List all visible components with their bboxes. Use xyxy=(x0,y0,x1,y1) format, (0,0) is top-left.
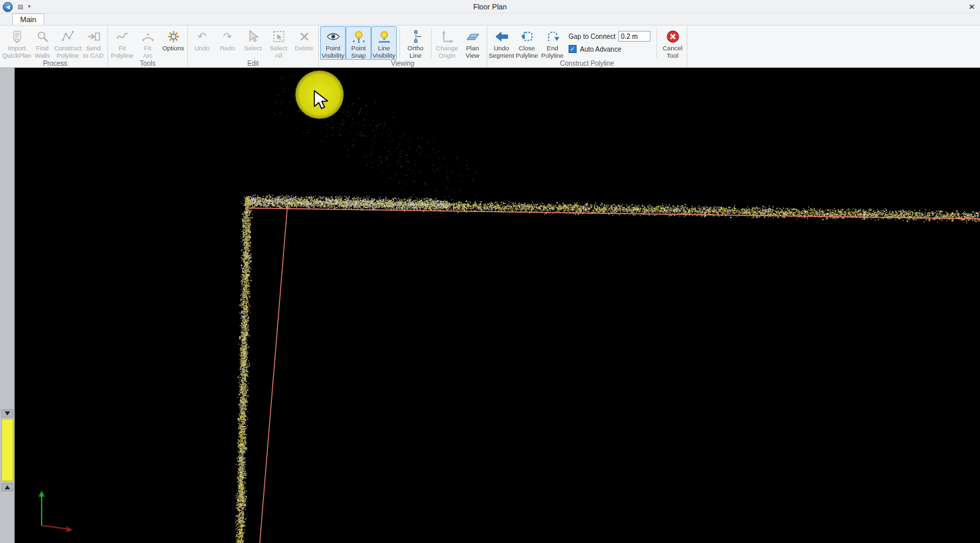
close-polyline-icon xyxy=(520,28,534,45)
triangle-up-icon xyxy=(5,485,10,489)
line-visibility-icon xyxy=(377,28,391,45)
strip-scroll-down-button[interactable] xyxy=(1,409,13,417)
ribbon-group-label: Viewing xyxy=(320,60,485,68)
back-button[interactable]: ◀ xyxy=(3,2,13,12)
delete-icon xyxy=(297,28,311,45)
point-snap-icon xyxy=(352,28,366,45)
redo-button: ↷Redo xyxy=(215,26,240,60)
point-visibility-button[interactable]: PointVisibility xyxy=(320,26,346,60)
construct-polyline-button: ConstructPolyline xyxy=(55,26,81,60)
auto-advance-checkbox[interactable]: ✓ xyxy=(569,45,577,53)
fit-arc-button: FitArc xyxy=(135,26,160,60)
triangle-down-icon xyxy=(5,411,10,415)
select-all-icon xyxy=(272,28,286,45)
group-separator xyxy=(656,28,657,58)
find-walls-button: FindWalls xyxy=(30,26,55,60)
ortho-line-button[interactable]: OrthoLine xyxy=(403,26,428,60)
ribbon-group-label: Tools xyxy=(109,60,186,68)
group-separator xyxy=(431,28,432,58)
gap-to-connect-label: Gap to Connect xyxy=(569,33,616,40)
select-all-button: SelectAll xyxy=(266,26,291,60)
window-title: Floor Plan xyxy=(0,0,980,13)
ribbon-group-viewing: PointVisibilityPointSnapLineVisibilityOr… xyxy=(319,26,487,67)
send-to-cad-icon xyxy=(87,28,101,45)
document-icon[interactable]: ▤ xyxy=(17,0,23,13)
ribbon-group-construct-polyline: UndoSegmentClosePolylineEndPolylineGap t… xyxy=(487,26,687,67)
close-polyline-button[interactable]: ClosePolyline xyxy=(514,26,540,60)
mouse-cursor-icon xyxy=(313,90,330,111)
change-origin-icon xyxy=(440,28,454,45)
floor-plan-window: ◀ ▤ ▾ Floor Plan × Main ImportQuickPlanF… xyxy=(0,0,980,543)
cancel-tool-icon xyxy=(666,28,680,45)
workspace xyxy=(0,68,980,543)
construct-polyline-icon xyxy=(61,28,75,45)
point-snap-button[interactable]: PointSnap xyxy=(346,26,371,60)
left-panel-strip xyxy=(0,68,15,543)
floorplan-point-cloud-canvas[interactable] xyxy=(15,68,980,543)
ribbon-tabs: Main xyxy=(0,13,980,25)
plan-view-button[interactable]: PlanView xyxy=(460,26,485,60)
ortho-line-icon xyxy=(409,28,423,45)
change-origin-button: ChangeOrigin xyxy=(434,26,460,60)
delete-button: Delete xyxy=(291,26,317,60)
auto-advance-label: Auto Advance xyxy=(580,46,622,53)
ribbon-group-edit: ↶Undo↷RedoSelectSelectAllDeleteEdit xyxy=(188,26,319,67)
undo-segment-button[interactable]: UndoSegment xyxy=(489,26,514,60)
end-polyline-button[interactable]: EndPolyline xyxy=(540,26,565,60)
ribbon-group-process: ImportQuickPlanFindWallsConstructPolylin… xyxy=(3,26,108,67)
line-visibility-button[interactable]: LineVisibility xyxy=(371,26,397,60)
quick-access-toolbar: ◀ ▤ ▾ xyxy=(3,0,31,13)
ribbon-group-label: Process xyxy=(4,60,106,68)
group-separator xyxy=(399,28,400,58)
ribbon-group-tools: FitPolylineFitArcOptionsTools xyxy=(108,26,188,67)
strip-highlight-region[interactable] xyxy=(1,419,13,481)
undo-segment-icon xyxy=(495,28,509,45)
redo-icon: ↷ xyxy=(223,28,232,45)
quick-access-dropdown-icon[interactable]: ▾ xyxy=(28,0,31,13)
plan-view-icon xyxy=(466,28,480,45)
close-button[interactable]: × xyxy=(969,0,975,13)
undo-icon: ↶ xyxy=(197,28,206,45)
end-polyline-icon xyxy=(546,28,560,45)
undo-button: ↶Undo xyxy=(189,26,215,60)
fit-polyline-button: FitPolyline xyxy=(109,26,135,60)
select-button: Select xyxy=(240,26,266,60)
find-walls-icon xyxy=(36,28,50,45)
send-to-cad-button: Sendto CAD xyxy=(81,26,106,60)
tab-main[interactable]: Main xyxy=(12,13,44,25)
cancel-tool-button[interactable]: CancelTool xyxy=(660,26,685,60)
select-icon xyxy=(246,28,260,45)
options-icon xyxy=(166,28,181,45)
fit-arc-icon xyxy=(141,28,155,45)
gap-to-connect-input[interactable] xyxy=(618,31,650,42)
ribbon-group-label: Construct Polyline xyxy=(489,60,685,68)
point-visibility-icon xyxy=(326,28,340,45)
strip-scroll-up-button[interactable] xyxy=(1,483,13,491)
fit-polyline-icon xyxy=(115,28,130,45)
ribbon-group-label: Edit xyxy=(189,60,317,68)
import-quickplan-button: ImportQuickPlan xyxy=(4,26,30,60)
titlebar: ◀ ▤ ▾ Floor Plan × xyxy=(0,0,980,13)
options-button[interactable]: Options xyxy=(160,26,186,60)
construct-polyline-fields: Gap to Connect✓Auto Advance xyxy=(565,26,654,60)
ribbon: ImportQuickPlanFindWallsConstructPolylin… xyxy=(0,25,980,68)
import-quickplan-icon xyxy=(10,28,24,45)
back-icon: ◀ xyxy=(5,4,9,10)
